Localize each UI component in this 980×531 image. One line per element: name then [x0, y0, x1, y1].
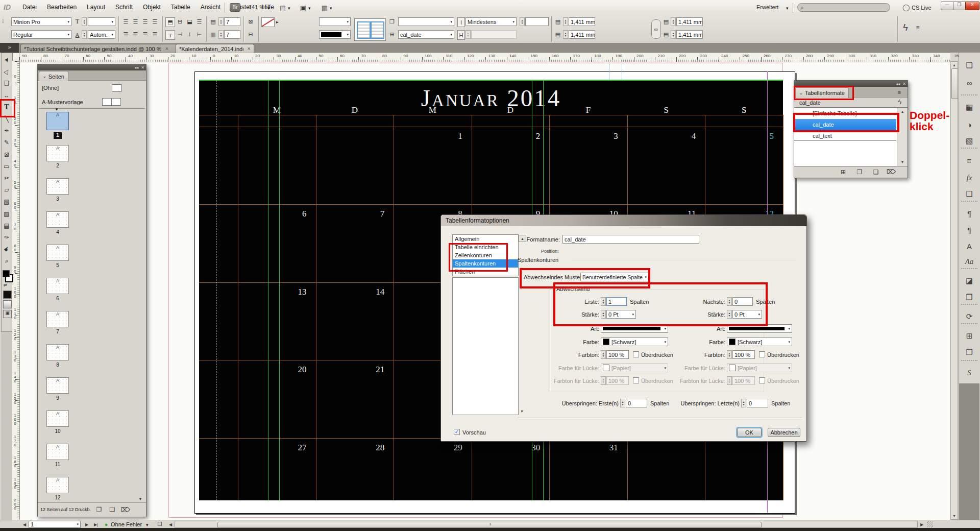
create-style-group-icon[interactable]: ❐: [855, 168, 864, 176]
doc-tab-2[interactable]: *Kalenderdaten_2014.indd @ 141 %✕: [176, 44, 254, 53]
normal-mode-button[interactable]: ▣: [3, 310, 12, 318]
category-list[interactable]: AllgemeinTabelle einrichtenZeilenkonture…: [452, 234, 519, 276]
page-thumbnail-9[interactable]: A: [46, 377, 69, 394]
preview-mode-button[interactable]: [3, 300, 12, 308]
close-tab-icon[interactable]: ✕: [247, 46, 251, 51]
workspace-dropdown-icon[interactable]: ▾: [786, 6, 789, 11]
spread-preview-widget[interactable]: [354, 18, 386, 41]
quick-apply-lightning-icon[interactable]: ϟ: [896, 98, 903, 106]
object-styles-icon[interactable]: ❐: [959, 345, 979, 360]
stroke-icon[interactable]: ≡: [959, 153, 979, 168]
collapse-icon[interactable]: ◂◂: [896, 82, 900, 86]
next-count-field[interactable]: 0: [732, 297, 753, 306]
table-cols-field[interactable]: 7: [224, 30, 240, 39]
edit-spread-icon[interactable]: ❐: [95, 505, 103, 514]
skip-last-field[interactable]: 0: [747, 399, 768, 407]
scissors-tool[interactable]: ✂: [2, 173, 11, 184]
scroll-right-icon[interactable]: ▶: [919, 521, 925, 527]
menu-layout[interactable]: Layout: [82, 0, 110, 15]
color-combo[interactable]: [Schwarz]▾: [727, 337, 792, 346]
tab-overflow-button[interactable]: »: [0, 43, 19, 53]
master-a-thumb-right[interactable]: [111, 98, 121, 106]
arrange-docs-dropdown-icon[interactable]: ▾: [330, 6, 332, 11]
swap-fill-stroke-icon[interactable]: ⇄: [4, 283, 7, 287]
style-item-cal-date[interactable]: cal_date: [794, 119, 896, 130]
row-height-mode-combo[interactable]: Mindestens▾: [465, 17, 517, 26]
inset-top-field[interactable]: 1,411 mm: [569, 17, 595, 26]
fill-swatch-combo[interactable]: ▾: [319, 30, 351, 39]
dialog-category-fl-chen[interactable]: Flächen: [453, 268, 518, 276]
sync-icon[interactable]: ⟳: [959, 309, 979, 324]
menu-tabelle[interactable]: Tabelle: [166, 0, 195, 15]
table-style-combo[interactable]: cal_date▾: [398, 30, 454, 39]
menu-ansicht[interactable]: Ansicht: [195, 0, 226, 15]
stroke-type-combo[interactable]: ▾: [727, 324, 792, 333]
scroll-down-icon[interactable]: ▼: [137, 496, 144, 502]
page-thumbnail-10[interactable]: A: [46, 411, 69, 427]
valign-bottom-icon[interactable]: ⬓: [185, 17, 194, 26]
menu-bearbeiten[interactable]: Bearbeiten: [42, 0, 82, 15]
scroll-down-icon[interactable]: ▼: [951, 513, 957, 518]
color-icon[interactable]: ◑: [959, 117, 979, 132]
menu-datei[interactable]: Datei: [17, 0, 42, 15]
tint-field[interactable]: 100 %: [732, 350, 755, 359]
text-rotate-90-icon[interactable]: ⊣: [176, 30, 184, 39]
master-none-thumb[interactable]: [112, 84, 121, 92]
valign-justify-icon[interactable]: ☰: [195, 17, 204, 26]
align-justify-row-icon[interactable]: ☰: [151, 30, 159, 39]
page-thumbnail-11[interactable]: A: [46, 444, 69, 460]
paragraph-icon[interactable]: ¶: [959, 206, 979, 221]
flyout-icon[interactable]: ▸: [276, 19, 279, 25]
styles-scrollbar[interactable]: ▲ ▼: [897, 108, 908, 166]
eyedropper-tool[interactable]: ✑: [2, 232, 11, 243]
tab-seiten[interactable]: ⌄Seiten: [39, 71, 68, 81]
preview-checkbox[interactable]: ✓: [454, 429, 460, 435]
arrange-docs-icon[interactable]: ▦: [320, 4, 329, 12]
overprint-checkbox[interactable]: [759, 351, 765, 357]
scroll-up-icon[interactable]: ▲: [899, 109, 906, 114]
stroke-type-combo[interactable]: ▾: [601, 324, 668, 333]
spin-down-icon[interactable]: ▼: [743, 403, 745, 406]
first-count-field[interactable]: 1: [606, 297, 627, 306]
table-styles-titlebar[interactable]: ◂◂ ✕: [794, 81, 908, 87]
stroke-none-swatch[interactable]: [261, 17, 275, 27]
ok-button[interactable]: OK: [737, 428, 762, 437]
zoom-tool[interactable]: ⌕: [2, 255, 11, 267]
layers-icon[interactable]: ❏: [959, 58, 979, 73]
pen-tool[interactable]: ✒: [2, 125, 11, 136]
screen-mode-icon[interactable]: ▣: [299, 4, 308, 12]
align-top-row-icon[interactable]: ☰: [121, 30, 130, 39]
effects-fx-icon[interactable]: fx: [959, 170, 979, 185]
paragraph-styles-icon[interactable]: ¶: [959, 222, 979, 237]
spin-down-icon[interactable]: ▼: [602, 302, 605, 304]
selection-tool[interactable]: ➤: [0, 53, 14, 66]
delete-style-icon[interactable]: ⌦: [887, 168, 895, 176]
secondary-list[interactable]: [452, 277, 519, 415]
table-rows-field[interactable]: 7: [224, 17, 240, 26]
close-icon[interactable]: ✕: [902, 82, 906, 86]
scroll-down-icon[interactable]: ▼: [899, 159, 906, 164]
page-thumbnail-8[interactable]: A: [46, 344, 69, 360]
clear-overrides-icon[interactable]: ⊞: [839, 168, 847, 176]
spin-down-icon[interactable]: ▼: [565, 35, 567, 37]
horizontal-scroll-thumb[interactable]: ‖: [217, 522, 762, 528]
cell-style-combo[interactable]: ▾: [398, 17, 454, 26]
bridge-button[interactable]: Br: [230, 3, 240, 12]
align-middle-row-icon[interactable]: ☰: [131, 30, 140, 39]
page-thumbnail-1[interactable]: A: [46, 112, 69, 130]
glyphs-icon[interactable]: Aa: [959, 254, 979, 269]
spin-down-icon[interactable]: ▼: [728, 355, 731, 357]
font-style-combo[interactable]: Regular▾: [11, 30, 71, 39]
skip-first-field[interactable]: 0: [626, 399, 647, 407]
table-icon[interactable]: ⊞: [959, 328, 979, 344]
row-height-field[interactable]: [525, 17, 549, 26]
cancel-button[interactable]: Abbrechen: [768, 428, 800, 437]
master-a-thumb-left[interactable]: [102, 98, 112, 106]
text-rotate-180-icon[interactable]: ⊥: [185, 30, 194, 39]
spin-down-icon[interactable]: ▼: [521, 22, 524, 25]
type-tool[interactable]: T: [2, 102, 11, 113]
minimize-button[interactable]: —: [941, 2, 953, 10]
last-page-icon[interactable]: ▶|: [92, 521, 100, 527]
zoom-dropdown-icon[interactable]: ▾: [267, 6, 270, 11]
direct-selection-tool[interactable]: ▷: [0, 65, 14, 79]
